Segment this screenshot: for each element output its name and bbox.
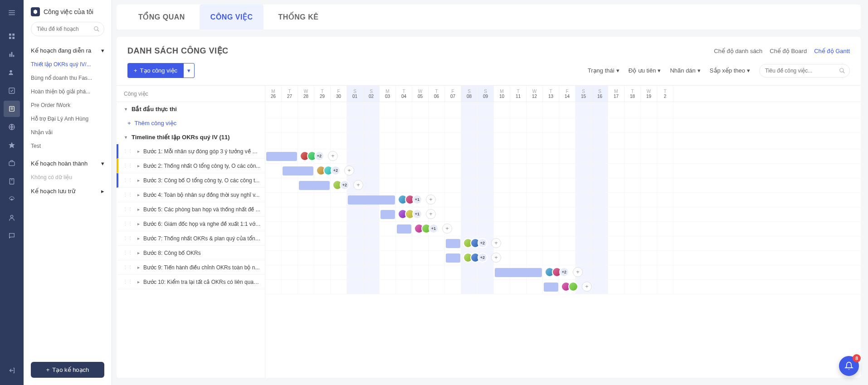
avatar-more[interactable]: +2 xyxy=(478,238,488,248)
task-row[interactable]: ⋮⋮▸Bước 5: Các phòng ban họp và thống nh… xyxy=(117,202,265,217)
gantt-bar[interactable] xyxy=(397,224,411,234)
add-assignee-button[interactable]: + xyxy=(573,267,583,277)
create-plan-button[interactable]: + Tạo kế hoạch xyxy=(31,362,104,378)
avatar-more[interactable]: +2 xyxy=(340,180,350,190)
tab-overview[interactable]: TỔNG QUAN xyxy=(127,5,196,29)
dashboard-icon[interactable] xyxy=(4,28,20,44)
task-row[interactable]: ⋮⋮▸Bước 7: Thống nhất OKRs & plan quý củ… xyxy=(117,231,265,246)
sidebar-item[interactable]: Thiết lập OKRs quý IV/... xyxy=(31,58,104,71)
drag-handle-icon[interactable]: ⋮⋮ xyxy=(122,177,134,183)
tabs: TỔNG QUAN CÔNG VIỆC THỐNG KÊ xyxy=(117,5,861,29)
add-assignee-button[interactable]: + xyxy=(426,209,436,219)
notification-button[interactable]: 8 xyxy=(839,356,859,376)
chat-icon[interactable] xyxy=(4,228,20,244)
people-icon[interactable] xyxy=(4,64,20,81)
sidebar-item[interactable]: Hỗ trợ Đại Lý Anh Hùng xyxy=(31,112,104,126)
avatar-more[interactable]: +1 xyxy=(412,195,422,205)
star-icon[interactable] xyxy=(4,137,20,153)
task-row[interactable]: ⋮⋮▸Bước 3: Công bố O tổng công ty, O các… xyxy=(117,173,265,188)
section-archive[interactable]: Kế hoạch lưu trữ ▸ xyxy=(31,184,104,198)
avatar-more[interactable]: +1 xyxy=(412,209,422,219)
task-row[interactable]: ⋮⋮▸Bước 1: Mỗi nhân sự đóng góp 3 ý tưởn… xyxy=(117,144,265,159)
chart-icon[interactable] xyxy=(4,46,20,63)
drag-handle-icon[interactable]: ⋮⋮ xyxy=(122,163,134,169)
globe-icon[interactable] xyxy=(4,119,20,135)
add-task-row[interactable]: +Thêm công việc xyxy=(117,116,265,130)
book-icon[interactable] xyxy=(4,173,20,190)
task-search[interactable] xyxy=(759,64,850,78)
filter-sort[interactable]: Sắp xếp theo▾ xyxy=(710,67,750,74)
filter-status[interactable]: Trạng thái▾ xyxy=(588,67,619,74)
drag-handle-icon[interactable]: ⋮⋮ xyxy=(122,235,134,241)
drag-handle-icon[interactable]: ⋮⋮ xyxy=(122,221,134,227)
logout-icon[interactable] xyxy=(4,362,20,379)
tasks-icon[interactable] xyxy=(4,101,20,117)
avatar-more[interactable]: +2 xyxy=(331,166,341,175)
gantt-right[interactable]: M26T27W28T29F30S01S02M03T04W05T06F07S08S… xyxy=(265,86,861,378)
create-task-dropdown[interactable]: ▾ xyxy=(184,63,195,78)
tab-stats[interactable]: THỐNG KÊ xyxy=(267,5,329,29)
add-assignee-button[interactable]: + xyxy=(353,180,363,190)
task-row[interactable]: ⋮⋮▸Bước 6: Giám đốc họp và nghe đề xuất … xyxy=(117,217,265,231)
add-assignee-button[interactable]: + xyxy=(442,224,452,234)
task-row[interactable]: ⋮⋮▸Bước 10: Kiểm tra lại tất cả OKRs có … xyxy=(117,275,265,289)
avatar-more[interactable]: +2 xyxy=(314,151,324,161)
briefcase-icon[interactable] xyxy=(4,155,20,171)
create-task-button[interactable]: + Tạo công việc xyxy=(127,63,184,78)
group-row[interactable]: ▾Bắt đầu thực thi xyxy=(117,102,265,116)
filter-priority[interactable]: Độ ưu tiên▾ xyxy=(629,67,661,74)
gantt-bar[interactable] xyxy=(283,166,313,175)
sidebar-item[interactable]: Nhận vải xyxy=(31,126,104,139)
drag-handle-icon[interactable]: ⋮⋮ xyxy=(122,250,134,256)
group-row[interactable]: ▾Timeline thiết lập OKRs quý IV (11) xyxy=(117,130,265,144)
section-ongoing[interactable]: Kế hoạch đang diễn ra ▾ xyxy=(31,44,104,58)
task-search-input[interactable] xyxy=(759,64,850,78)
day-column: T06 xyxy=(429,86,445,102)
avatar-more[interactable]: +2 xyxy=(559,267,569,277)
add-assignee-button[interactable]: + xyxy=(491,253,501,263)
view-list[interactable]: Chế độ danh sách xyxy=(714,48,762,54)
gantt-bar[interactable] xyxy=(495,268,542,277)
add-assignee-button[interactable]: + xyxy=(328,151,338,161)
add-assignee-button[interactable]: + xyxy=(426,195,436,205)
view-board[interactable]: Chế độ Board xyxy=(770,48,807,54)
sidebar-search[interactable] xyxy=(31,22,104,36)
gantt-bar[interactable] xyxy=(348,195,395,205)
task-row[interactable]: ⋮⋮▸Bước 8: Công bố OKRs xyxy=(117,246,265,260)
drag-handle-icon[interactable]: ⋮⋮ xyxy=(122,192,134,198)
section-done[interactable]: Kế hoạch hoàn thành ▾ xyxy=(31,156,104,171)
check-icon[interactable] xyxy=(4,83,20,99)
day-column: M26 xyxy=(265,86,282,102)
sidebar-title: Công việc của tôi xyxy=(44,8,93,15)
settings-icon[interactable] xyxy=(4,191,20,208)
gantt-bar[interactable] xyxy=(380,210,395,219)
view-gantt[interactable]: Chế độ Gantt xyxy=(814,48,850,54)
add-assignee-button[interactable]: + xyxy=(344,166,354,175)
gantt-bar[interactable] xyxy=(446,253,460,263)
menu-icon[interactable] xyxy=(4,5,20,21)
tab-tasks[interactable]: CÔNG VIỆC xyxy=(200,5,264,29)
task-row[interactable]: ⋮⋮▸Bước 2: Thống nhất O tổng công ty, O … xyxy=(117,159,265,173)
filter-label[interactable]: Nhãn dán▾ xyxy=(670,67,700,74)
drag-handle-icon[interactable]: ⋮⋮ xyxy=(122,206,134,212)
add-assignee-button[interactable]: + xyxy=(491,238,501,248)
user-icon[interactable] xyxy=(4,210,20,226)
task-row[interactable]: ⋮⋮▸Bước 9: Tiến hành điều chỉnh OKRs toà… xyxy=(117,260,265,275)
gantt-bar[interactable] xyxy=(446,239,460,248)
avatar-more[interactable]: +2 xyxy=(478,253,488,263)
gantt-bar[interactable] xyxy=(544,283,558,292)
drag-handle-icon[interactable]: ⋮⋮ xyxy=(122,279,134,285)
sidebar-item[interactable]: Bùng nổ doanh thu Fas... xyxy=(31,71,104,85)
avatar[interactable] xyxy=(568,282,578,292)
sidebar-item[interactable]: Pre Order fWork xyxy=(31,98,104,112)
drag-handle-icon[interactable]: ⋮⋮ xyxy=(122,264,134,270)
gantt-bar[interactable] xyxy=(299,181,330,190)
task-row[interactable]: ⋮⋮▸Bước 4: Toàn bộ nhân sự đồng thời suy… xyxy=(117,188,265,202)
gantt-bar[interactable] xyxy=(266,152,297,161)
add-assignee-button[interactable]: + xyxy=(582,282,592,292)
sidebar-item[interactable]: Hoàn thiện bộ giải phá... xyxy=(31,85,104,98)
avatar-more[interactable]: +1 xyxy=(429,224,439,234)
drag-handle-icon[interactable]: ⋮⋮ xyxy=(122,148,134,154)
sidebar-item[interactable]: Test xyxy=(31,139,104,153)
plus-icon: + xyxy=(46,366,50,373)
